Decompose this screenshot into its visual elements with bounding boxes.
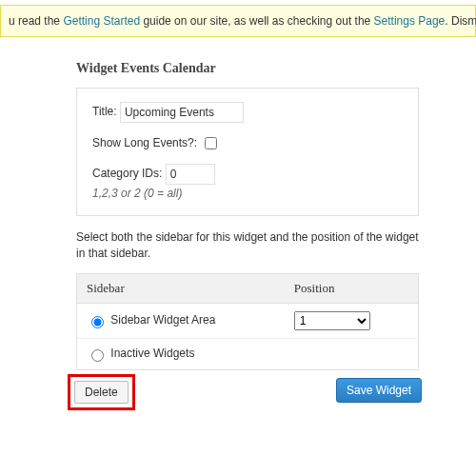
settings-page-link[interactable]: Settings Page — [374, 14, 446, 28]
sidebar-table: Sidebar Position Sidebar Widget Area 1 — [76, 273, 419, 370]
category-row: Category IDs: 1,2,3 or 2 (0 = all) — [92, 164, 403, 200]
admin-notice: u read the Getting Started guide on our … — [0, 5, 476, 37]
table-row: Sidebar Widget Area 1 — [77, 303, 419, 338]
category-label: Category IDs: — [92, 167, 162, 180]
sidebar-option-label: Sidebar Widget Area — [110, 313, 215, 327]
title-row: Title: — [92, 102, 403, 123]
notice-text-post: . Dism — [445, 14, 476, 28]
col-sidebar: Sidebar — [77, 273, 285, 303]
title-input[interactable] — [120, 102, 244, 123]
getting-started-link[interactable]: Getting Started — [63, 14, 140, 28]
sidebar-option-label: Inactive Widgets — [110, 347, 194, 360]
sidebar-radio[interactable] — [91, 349, 104, 362]
category-input[interactable] — [166, 164, 215, 185]
sidebar-radio[interactable] — [91, 316, 104, 328]
long-events-row: Show Long Events?: — [92, 134, 403, 152]
notice-text-mid: guide on our site, as well as checking o… — [140, 14, 373, 28]
widget-settings-box: Title: Show Long Events?: Category IDs: … — [76, 88, 419, 216]
sidebar-option[interactable]: Sidebar Widget Area — [87, 313, 215, 327]
position-select[interactable]: 1 — [294, 311, 370, 330]
placement-description: Select both the sidebar for this widget … — [76, 229, 419, 262]
long-events-label: Show Long Events?: — [92, 136, 197, 149]
delete-button[interactable]: Delete — [74, 381, 129, 404]
table-row: Inactive Widgets — [77, 338, 419, 369]
widget-editor: Widget Events Calendar Title: Show Long … — [76, 61, 419, 418]
widget-heading: Widget Events Calendar — [76, 61, 419, 76]
sidebar-option[interactable]: Inactive Widgets — [87, 347, 194, 360]
col-position: Position — [285, 273, 419, 303]
delete-highlight-box: Delete — [68, 374, 135, 410]
widget-actions: Delete Save Widget — [76, 380, 419, 418]
long-events-checkbox[interactable] — [205, 137, 217, 149]
save-widget-button[interactable]: Save Widget — [336, 378, 422, 403]
category-hint: 1,2,3 or 2 (0 = all) — [92, 187, 403, 200]
title-label: Title: — [92, 105, 117, 118]
notice-text-pre: u read the — [9, 14, 63, 28]
